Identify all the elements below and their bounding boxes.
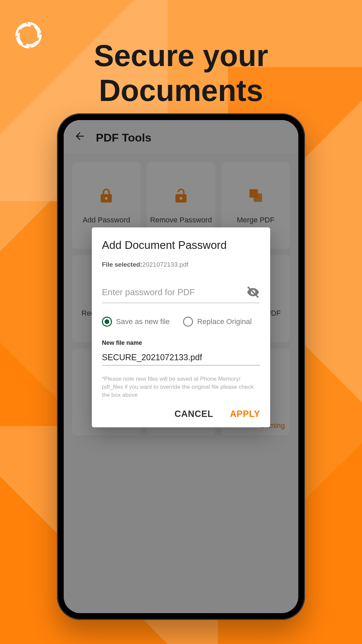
- radio-save-new[interactable]: Save as new file: [102, 317, 170, 327]
- radio-replace-original[interactable]: Replace Original: [183, 317, 252, 327]
- apply-button[interactable]: APPLY: [230, 409, 260, 419]
- dialog-actions: CANCEL APPLY: [102, 409, 260, 419]
- file-selected-row: File selected:2021072133.pdf: [102, 261, 260, 268]
- new-filename-label: New file name: [102, 339, 260, 346]
- phone-screen: PDF Tools Add Password Remove Password: [64, 120, 298, 613]
- save-option-radio-group: Save as new file Replace Original: [102, 317, 260, 327]
- hero-title-line1: Secure your: [94, 39, 268, 72]
- radio-selected-icon: [102, 317, 112, 327]
- radio-label: Replace Original: [197, 317, 252, 326]
- hero-title: Secure your Documents: [0, 39, 362, 108]
- dialog-note: *Please note new files will be saved at …: [102, 375, 260, 399]
- radio-label: Save as new file: [116, 317, 170, 326]
- password-input[interactable]: [102, 287, 246, 298]
- file-selected-label: File selected:: [102, 261, 142, 268]
- new-filename-input[interactable]: [102, 353, 260, 366]
- phone-frame: PDF Tools Add Password Remove Password: [57, 113, 305, 620]
- promo-background: Secure your Documents PDF Tools Add Pass…: [0, 0, 362, 644]
- add-password-dialog: Add Document Password File selected:2021…: [92, 227, 270, 427]
- eye-off-icon[interactable]: [246, 285, 260, 299]
- radio-unselected-icon: [183, 317, 193, 327]
- cancel-button[interactable]: CANCEL: [174, 409, 213, 419]
- file-selected-name: 2021072133.pdf: [142, 261, 188, 268]
- hero-title-line2: Documents: [99, 74, 263, 107]
- password-field-row: [102, 285, 260, 303]
- dialog-title: Add Document Password: [102, 239, 260, 252]
